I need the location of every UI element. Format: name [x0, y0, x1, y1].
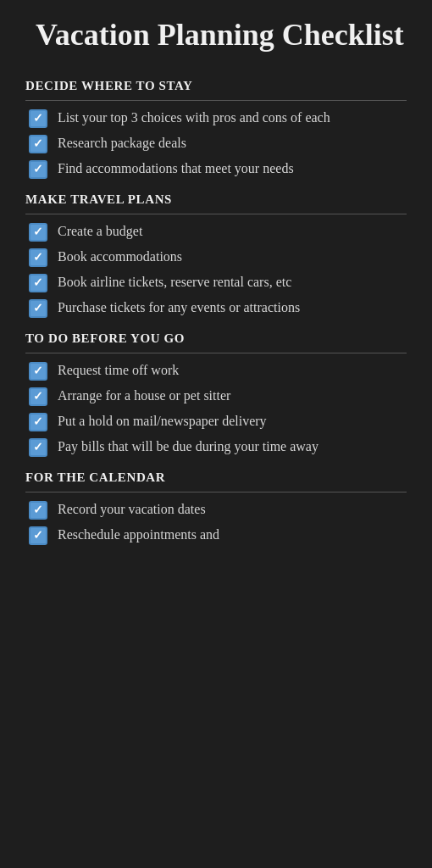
- item-text: Put a hold on mail/newspaper delivery: [58, 411, 407, 431]
- section-header-to-do-before-you-go: TO DO BEFORE YOU GO: [25, 326, 407, 351]
- checkbox-item-2[interactable]: ✓: [29, 135, 47, 153]
- list-item: ✓Arrange for a house or pet sitter: [25, 386, 407, 406]
- item-text: Create a budget: [58, 221, 407, 242]
- checklist-container: DECIDE WHERE TO STAY✓List your top 3 cho…: [25, 74, 407, 545]
- list-item: ✓Pay bills that will be due during your …: [25, 437, 407, 457]
- list-item: ✓Book accommodations: [25, 247, 407, 267]
- checkbox-item-9[interactable]: ✓: [29, 387, 47, 406]
- checkmark-icon: ✓: [33, 113, 43, 125]
- checkbox-item-7[interactable]: ✓: [29, 299, 47, 318]
- checkbox-item-13[interactable]: ✓: [29, 526, 47, 545]
- checkbox-item-1[interactable]: ✓: [29, 109, 47, 128]
- item-text: Pay bills that will be due during your t…: [58, 437, 407, 457]
- item-text: Book accommodations: [58, 247, 407, 267]
- checkbox-item-5[interactable]: ✓: [29, 248, 47, 267]
- checkbox-item-10[interactable]: ✓: [29, 413, 47, 431]
- section-divider: [25, 492, 407, 492]
- list-item: ✓Research package deals: [25, 133, 407, 153]
- checkmark-icon: ✓: [33, 416, 43, 428]
- section-header-decide-where-to-stay: DECIDE WHERE TO STAY: [25, 74, 407, 98]
- list-item: ✓Book airline tickets, reserve rental ca…: [25, 272, 407, 292]
- list-item: ✓List your top 3 choices with pros and c…: [25, 108, 407, 128]
- section-to-do-before-you-go: TO DO BEFORE YOU GO✓Request time off wor…: [25, 326, 407, 457]
- item-text: Purchase tickets for any events or attra…: [58, 298, 407, 318]
- page-title: Vacation Planning Checklist: [25, 17, 407, 53]
- checkbox-item-4[interactable]: ✓: [29, 223, 47, 242]
- checkmark-icon: ✓: [33, 252, 43, 264]
- item-text: Reschedule appointments and: [58, 525, 407, 545]
- checkmark-icon: ✓: [33, 442, 43, 453]
- list-item: ✓Reschedule appointments and: [25, 525, 407, 545]
- checkbox-item-8[interactable]: ✓: [29, 362, 47, 381]
- section-header-make-travel-plans: MAKE TRAVEL PLANS: [25, 187, 407, 212]
- list-item: ✓Create a budget: [25, 221, 407, 242]
- item-text: Record your vacation dates: [58, 499, 407, 520]
- checkmark-icon: ✓: [33, 365, 43, 377]
- item-text: List your top 3 choices with pros and co…: [58, 108, 407, 128]
- item-text: Arrange for a house or pet sitter: [58, 386, 407, 406]
- checkbox-item-11[interactable]: ✓: [29, 438, 47, 457]
- section-divider: [25, 214, 407, 214]
- checkmark-icon: ✓: [33, 391, 43, 403]
- checkmark-icon: ✓: [33, 504, 43, 516]
- section-decide-where-to-stay: DECIDE WHERE TO STAY✓List your top 3 cho…: [25, 74, 407, 179]
- item-text: Book airline tickets, reserve rental car…: [58, 272, 407, 292]
- checkmark-icon: ✓: [33, 138, 43, 150]
- section-divider: [25, 100, 407, 101]
- checkbox-item-6[interactable]: ✓: [29, 274, 47, 292]
- checkmark-icon: ✓: [33, 303, 43, 314]
- list-item: ✓Request time off work: [25, 360, 407, 381]
- list-item: ✓Record your vacation dates: [25, 499, 407, 520]
- checkmark-icon: ✓: [33, 226, 43, 238]
- checkmark-icon: ✓: [33, 277, 43, 289]
- item-text: Find accommodations that meet your needs: [58, 159, 407, 179]
- checkbox-item-12[interactable]: ✓: [29, 501, 47, 520]
- section-for-the-calendar: FOR THE CALENDAR✓Record your vacation da…: [25, 465, 407, 545]
- section-make-travel-plans: MAKE TRAVEL PLANS✓Create a budget✓Book a…: [25, 187, 407, 318]
- list-item: ✓Find accommodations that meet your need…: [25, 159, 407, 179]
- list-item: ✓Purchase tickets for any events or attr…: [25, 298, 407, 318]
- section-divider: [25, 353, 407, 353]
- checkmark-icon: ✓: [33, 164, 43, 175]
- checkmark-icon: ✓: [33, 530, 43, 542]
- section-header-for-the-calendar: FOR THE CALENDAR: [25, 465, 407, 490]
- item-text: Request time off work: [58, 360, 407, 381]
- checkbox-item-3[interactable]: ✓: [29, 160, 47, 179]
- list-item: ✓Put a hold on mail/newspaper delivery: [25, 411, 407, 431]
- item-text: Research package deals: [58, 133, 407, 153]
